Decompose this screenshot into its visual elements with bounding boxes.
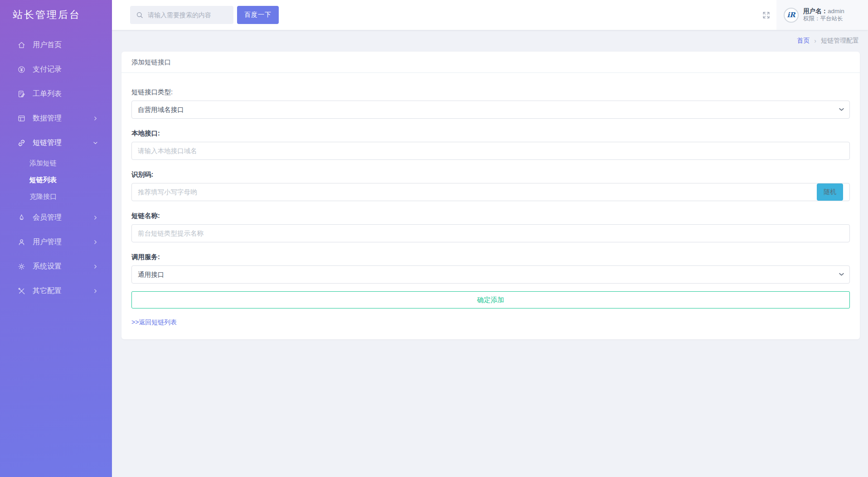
chevron-down-icon bbox=[92, 140, 98, 146]
chevron-right-icon bbox=[92, 239, 98, 245]
data-icon bbox=[17, 114, 26, 123]
sidebar-item-label: 其它配置 bbox=[33, 286, 92, 296]
sidebar-item-data[interactable]: 数据管理 bbox=[0, 106, 112, 130]
sidebar-item-members[interactable]: 会员管理 bbox=[0, 205, 112, 230]
avatar: iR bbox=[784, 8, 799, 23]
sidebar-item-label: 用户管理 bbox=[33, 237, 92, 247]
search-input[interactable] bbox=[148, 11, 228, 19]
username-line: 用户名：admin bbox=[803, 8, 844, 15]
code-input[interactable] bbox=[131, 183, 850, 201]
sidebar-item-home[interactable]: 用户首页 bbox=[0, 33, 112, 57]
tools-icon bbox=[17, 287, 26, 295]
shortlink-submenu: 添加短链 短链列表 克隆接口 bbox=[0, 155, 112, 205]
ticket-icon bbox=[17, 90, 26, 98]
shortlink-name-label: 短链名称: bbox=[131, 212, 850, 220]
local-api-label: 本地接口: bbox=[131, 129, 850, 138]
breadcrumb-separator: › bbox=[814, 37, 816, 44]
local-api-input[interactable] bbox=[131, 142, 850, 160]
topbar: 百度一下 iR 用户名：admin 权限：平台站长 bbox=[112, 0, 868, 30]
search-button[interactable]: 百度一下 bbox=[237, 6, 279, 24]
username-value: admin bbox=[828, 8, 844, 14]
confirm-add-button[interactable]: 确定添加 bbox=[131, 291, 850, 308]
breadcrumb-current: 短链管理配置 bbox=[821, 37, 859, 45]
service-label: 调用服务: bbox=[131, 253, 850, 261]
sidebar-item-label: 用户首页 bbox=[33, 40, 98, 50]
submenu-item-add-shortlink[interactable]: 添加短链 bbox=[0, 155, 112, 172]
user-menu[interactable]: iR 用户名：admin 权限：平台站长 bbox=[776, 0, 868, 30]
sidebar: 站长管理后台 用户首页 支付记录 工单列表 bbox=[0, 0, 112, 477]
submenu-item-label: 短链列表 bbox=[29, 176, 57, 184]
code-label: 识别码: bbox=[131, 170, 850, 179]
submenu-item-clone-api[interactable]: 克隆接口 bbox=[0, 188, 112, 205]
app-layout: 站长管理后台 用户首页 支付记录 工单列表 bbox=[0, 0, 868, 477]
app-title: 站长管理后台 bbox=[0, 0, 112, 30]
role-line: 权限：平台站长 bbox=[803, 15, 844, 23]
role-label: 权限： bbox=[803, 15, 820, 22]
username-label: 用户名： bbox=[803, 8, 828, 14]
yen-circle-icon bbox=[17, 65, 26, 74]
link-icon bbox=[17, 139, 26, 147]
sidebar-item-label: 会员管理 bbox=[33, 213, 92, 222]
sidebar-item-label: 数据管理 bbox=[33, 114, 92, 123]
search-group: 百度一下 bbox=[130, 6, 279, 24]
gear-icon bbox=[17, 262, 26, 271]
user-icon bbox=[17, 238, 26, 246]
sidebar-item-label: 系统设置 bbox=[33, 262, 92, 271]
search-icon bbox=[136, 11, 144, 19]
submenu-item-shortlink-list[interactable]: 短链列表 bbox=[0, 172, 112, 188]
card-title: 添加短链接口 bbox=[121, 52, 860, 73]
sidebar-item-label: 工单列表 bbox=[33, 89, 98, 99]
sidebar-item-label: 支付记录 bbox=[33, 65, 98, 74]
sidebar-menu: 用户首页 支付记录 工单列表 数据管理 bbox=[0, 30, 112, 303]
fullscreen-icon[interactable] bbox=[756, 0, 776, 30]
api-type-select[interactable]: 自营用域名接口 bbox=[131, 101, 850, 119]
breadcrumb: 首页 › 短链管理配置 bbox=[121, 30, 860, 52]
sidebar-item-tickets[interactable]: 工单列表 bbox=[0, 82, 112, 106]
home-icon bbox=[17, 41, 26, 49]
sidebar-item-other-config[interactable]: 其它配置 bbox=[0, 279, 112, 303]
search-box bbox=[130, 6, 233, 24]
topbar-right: iR 用户名：admin 权限：平台站长 bbox=[756, 0, 868, 30]
sidebar-item-system-settings[interactable]: 系统设置 bbox=[0, 254, 112, 279]
add-shortlink-card: 添加短链接口 短链接口类型: 自营用域名接口 本地接口: bbox=[121, 52, 860, 339]
chevron-right-icon bbox=[92, 215, 98, 221]
chevron-right-icon bbox=[92, 116, 98, 121]
chevron-right-icon bbox=[92, 264, 98, 270]
submenu-item-label: 克隆接口 bbox=[29, 193, 57, 201]
flame-icon bbox=[17, 213, 26, 222]
shortlink-name-input[interactable] bbox=[131, 224, 850, 242]
content-area: 首页 › 短链管理配置 添加短链接口 短链接口类型: 自营用域名接口 bbox=[112, 30, 868, 477]
random-button[interactable]: 随机 bbox=[817, 183, 843, 201]
sidebar-item-shortlink[interactable]: 短链管理 bbox=[0, 130, 112, 155]
service-select[interactable]: 通用接口 bbox=[131, 265, 850, 284]
sidebar-item-payments[interactable]: 支付记录 bbox=[0, 57, 112, 82]
chevron-right-icon bbox=[92, 288, 98, 294]
back-to-list-link[interactable]: >>返回短链列表 bbox=[131, 318, 177, 327]
sidebar-item-users[interactable]: 用户管理 bbox=[0, 230, 112, 254]
add-shortlink-form: 短链接口类型: 自营用域名接口 本地接口: 识别码: bbox=[121, 73, 860, 339]
api-type-label: 短链接口类型: bbox=[131, 88, 850, 96]
submenu-item-label: 添加短链 bbox=[29, 159, 57, 168]
role-value: 平台站长 bbox=[820, 15, 843, 22]
main-area: 百度一下 iR 用户名：admin 权限：平台站长 bbox=[112, 0, 868, 477]
user-info: 用户名：admin 权限：平台站长 bbox=[803, 8, 844, 23]
sidebar-item-label: 短链管理 bbox=[33, 138, 92, 148]
breadcrumb-home-link[interactable]: 首页 bbox=[797, 37, 810, 45]
